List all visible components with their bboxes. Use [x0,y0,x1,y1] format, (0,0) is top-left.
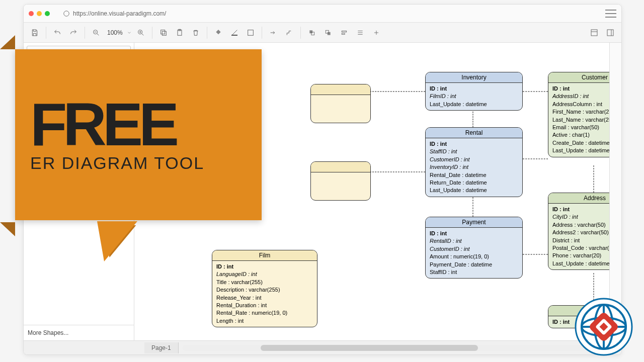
undo-icon[interactable] [50,26,64,40]
stroke-icon[interactable] [227,26,242,40]
right-scrollbar[interactable] [609,43,621,340]
separator [300,27,301,39]
connector [593,165,594,193]
separator [207,27,207,39]
svg-rect-4 [160,30,165,34]
horizontal-scrollbar[interactable] [183,345,617,351]
chevron-down-icon[interactable] [127,30,132,35]
delete-icon[interactable] [189,26,203,40]
page-tab[interactable]: Page-1 [144,342,179,353]
connector [523,254,548,255]
url-text: https://online.visual-paradigm.com/ [73,10,166,17]
distribute-icon[interactable] [353,26,367,40]
banner-fold [0,35,15,49]
scroll-thumb[interactable] [261,345,478,351]
shape-green[interactable] [40,73,52,82]
connector [370,171,425,172]
svg-rect-15 [591,30,597,36]
zoom-level[interactable]: 100% [105,29,125,36]
svg-rect-7 [231,35,237,36]
close-dot[interactable] [29,11,34,16]
search-input[interactable] [27,46,131,59]
zoom-out-icon[interactable] [89,26,103,40]
separator [46,27,46,39]
entity-address[interactable]: Address ID : intCityID : intAddress : va… [548,193,609,270]
footer: Page-1 [24,340,621,354]
redo-icon[interactable] [66,26,80,40]
entity-header: Customer [548,72,609,83]
copy-icon[interactable] [156,26,171,40]
toolbar: 100% [24,23,621,43]
svg-rect-14 [342,33,345,34]
entity-body: ID : intCityID : intAddress : varchar(50… [548,204,609,269]
format-panel-icon[interactable] [603,26,617,40]
save-icon[interactable] [28,26,42,40]
fill-icon[interactable] [211,26,225,40]
entity-header: Film [212,250,317,261]
entity-customer[interactable]: Customer ID : intAddressID : intAddressC… [548,72,609,157]
connector [523,158,548,159]
entity-rental[interactable]: Rental ID : intStaffID : intCustomerID :… [425,127,523,197]
app-window: https://online.visual-paradigm.com/ 100% [23,4,622,355]
connector [370,91,425,92]
svg-rect-11 [328,32,331,35]
svg-rect-8 [248,30,253,35]
svg-rect-9 [309,30,312,33]
address-bar[interactable]: https://online.visual-paradigm.com/ [63,10,602,17]
category-label: Entity Relationship [32,63,82,70]
entity-body: ID : intLanguageID : intTitle : varchar(… [212,261,317,327]
entity-body: ID : intFilmID : intLast_Update : dateti… [426,83,522,110]
category-entity[interactable]: ▾ Entity Relationship [27,63,131,70]
shape-style-icon[interactable] [244,26,258,40]
connector [472,195,473,217]
entity-payment[interactable]: Payment ID : intRentalID : intCustomerID… [425,217,523,279]
zoom-dot[interactable] [45,11,50,16]
entity-body: ID : intAddressID : intAddressColumn : i… [548,83,609,157]
entity-body: ID : intStaffID : intCustomerID : intInv… [426,138,522,197]
svg-rect-16 [607,30,613,36]
more-shapes-button[interactable]: More Shapes... [24,325,134,340]
separator [85,27,85,39]
banner-fold [0,222,15,236]
to-back-icon[interactable] [321,26,335,40]
svg-point-0 [64,11,69,16]
product-logo-icon [574,297,634,357]
add-icon[interactable] [369,26,383,40]
shape-yellow[interactable] [27,73,39,82]
sidebar: ▾ Entity Relationship More Shapes... [24,43,134,340]
to-front-icon[interactable] [305,26,319,40]
align-icon[interactable] [337,26,351,40]
separator [262,27,262,39]
entity-hidden[interactable] [310,161,371,201]
svg-rect-13 [342,31,346,32]
outline-panel-icon[interactable] [587,26,601,40]
waypoint-icon[interactable] [282,26,296,40]
svg-rect-3 [162,31,166,35]
connector-icon[interactable] [266,26,280,40]
entity-body: ID : intRentalID : intCustomerID : intAm… [426,228,522,278]
separator [152,27,152,39]
entity-header: Payment [426,217,522,228]
entity-film[interactable]: Film ID : intLanguageID : intTitle : var… [212,250,317,327]
entity-header: Inventory [426,72,522,83]
zoom-in-icon[interactable] [134,26,148,40]
menu-icon[interactable] [605,10,616,18]
entity-inventory[interactable]: Inventory ID : intFilmID : intLast_Updat… [425,72,523,111]
titlebar: https://online.visual-paradigm.com/ [24,5,621,23]
entity-header: Rental [426,128,522,138]
paste-icon[interactable] [173,26,187,40]
minimize-dot[interactable] [37,11,42,16]
connector [523,91,548,92]
entity-header: Address [548,193,609,204]
workspace: ▾ Entity Relationship More Shapes... Inv… [24,43,621,340]
entity-hidden[interactable] [310,84,371,123]
connector [472,109,473,127]
canvas[interactable]: Inventory ID : intFilmID : intLast_Updat… [134,43,609,340]
